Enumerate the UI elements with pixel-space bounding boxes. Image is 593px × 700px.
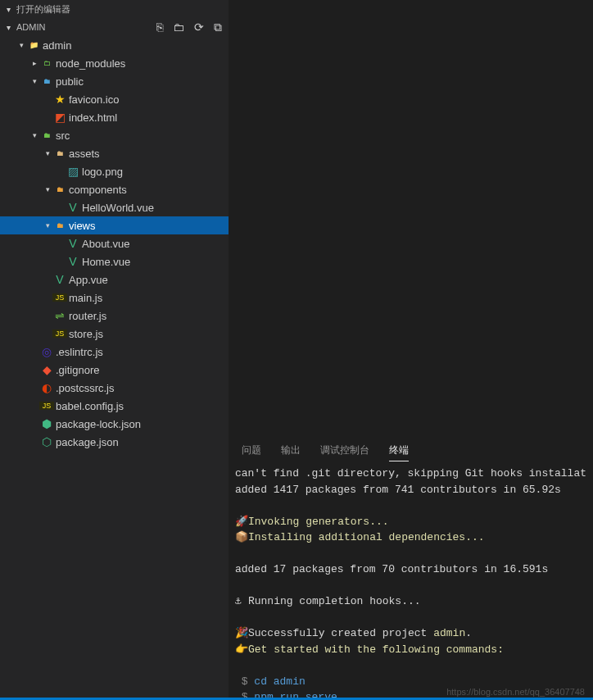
open-editors-label: 打开的编辑器 [16,3,70,16]
file-icon: ◐ [39,381,54,394]
chevron-down-icon: ▾ [43,149,52,157]
tree-file[interactable]: ▸◐.postcssrc.js [0,379,229,397]
tree-item-label: Home.vue [80,256,130,268]
tree-item-label: store.js [67,328,103,340]
terminal-line [235,546,586,562]
tree-folder[interactable]: ▾🖿public [0,72,229,90]
tree-file[interactable]: ▸VHome.vue [0,252,229,270]
chevron-down-icon: ▾ [16,41,26,49]
tree-item-label: About.vue [80,238,130,250]
terminal-line [235,657,586,674]
folder-icon: 🗀 [39,59,54,67]
file-icon: ◆ [39,363,54,376]
tree-item-label: .postcssrc.js [54,382,115,394]
terminal-line: ⚓ Running completion hooks... [235,593,586,610]
editor-area [229,0,593,438]
tree-file[interactable]: ▸◆.gitignore [0,361,229,379]
tree-item-label: admin [41,39,71,52]
file-tree: ▾📁admin▸🗀node_modules▾🖿public▸★favicon.i… [0,36,229,700]
file-icon: V [66,237,80,250]
explorer-actions: ⎘ 🗀 ⟳ ⧉ [156,20,222,34]
tree-item-label: src [54,130,70,142]
tree-file[interactable]: ▸⬡package.json [0,433,229,451]
terminal-line: 📦 Installing additional dependencies... [235,530,586,546]
terminal-line [235,498,586,514]
collapse-icon[interactable]: ⧉ [214,20,222,34]
tree-item-label: .eslintrc.js [54,346,103,358]
tree-file[interactable]: ▸▨logo.png [0,162,229,180]
file-icon: ★ [52,93,67,106]
refresh-icon[interactable]: ⟳ [194,20,204,34]
tree-folder[interactable]: ▾🖿assets [0,144,229,162]
chevron-right-icon: ▸ [29,59,39,67]
main-area: 问题 输出 调试控制台 终端 can't find .git directory… [229,0,593,700]
tree-item-label: HelloWorld.vue [80,202,154,214]
project-label: ADMIN [16,22,45,32]
explorer-sidebar: ▾ 打开的编辑器 ▾ ADMIN ⎘ 🗀 ⟳ ⧉ ▾📁admin▸🗀node_m… [0,0,229,700]
terminal-line: added 17 packages from 70 contributors i… [235,561,586,578]
terminal-line: can't find .git directory, skipping Git … [235,466,586,482]
tree-folder[interactable]: ▾🖿components [0,180,229,198]
chevron-down-icon: ▾ [43,185,52,193]
tree-item-label: main.js [67,292,102,304]
chevron-down-icon: ▾ [7,5,16,14]
file-icon: ◎ [39,345,54,358]
file-icon: ⬡ [39,435,54,448]
tree-item-label: views [67,220,96,232]
terminal-line [235,578,586,594]
file-icon: JS [39,402,54,410]
tab-problems[interactable]: 问题 [242,440,261,461]
tree-item-label: logo.png [80,166,123,178]
file-icon: JS [52,293,67,302]
tree-folder[interactable]: ▾📁admin [0,36,229,54]
tree-file[interactable]: ▸JSmain.js [0,289,229,307]
tree-item-label: public [54,75,84,88]
panel-tabs: 问题 输出 调试控制台 终端 [229,438,593,462]
folder-icon: 🖿 [39,77,54,85]
tree-item-label: package.json [54,436,119,448]
tree-item-label: App.vue [67,274,108,286]
tree-item-label: components [67,184,127,196]
tree-file[interactable]: ▸VApp.vue [0,270,229,289]
tab-output[interactable]: 输出 [281,440,301,461]
tree-file[interactable]: ▸★favicon.ico [0,90,229,108]
file-icon: V [52,273,67,286]
tree-item-label: router.js [67,310,106,322]
file-icon: ▨ [66,165,80,178]
new-folder-icon[interactable]: 🗀 [173,20,184,34]
project-header[interactable]: ▾ ADMIN ⎘ 🗀 ⟳ ⧉ [0,18,229,36]
chevron-down-icon: ▾ [29,77,39,85]
tree-file[interactable]: ▸◩index.html [0,108,229,126]
terminal-line [235,610,586,626]
folder-icon: 🖿 [52,221,67,230]
file-icon: ⬢ [39,417,54,430]
new-file-icon[interactable]: ⎘ [156,20,163,34]
tab-debug[interactable]: 调试控制台 [320,440,369,461]
tree-item-label: favicon.ico [67,93,119,106]
terminal-line: added 1417 packages from 741 contributor… [235,482,586,498]
tab-terminal[interactable]: 终端 [389,440,409,461]
folder-icon: 📁 [26,41,41,49]
tree-folder[interactable]: ▾🖿views [0,216,229,234]
tree-file[interactable]: ▸JSbabel.config.js [0,397,229,415]
tree-item-label: package-lock.json [54,418,141,430]
folder-icon: 🖿 [39,131,54,139]
chevron-down-icon: ▾ [7,23,16,32]
tree-file[interactable]: ▸⬢package-lock.json [0,415,229,433]
tree-file[interactable]: ▸JSstore.js [0,325,229,343]
tree-folder[interactable]: ▾🖿src [0,126,229,144]
terminal-line: 🚀 Invoking generators... [235,514,586,530]
terminal-output[interactable]: can't find .git directory, skipping Git … [229,462,593,700]
tree-file[interactable]: ▸VHelloWorld.vue [0,198,229,216]
tree-item-label: assets [67,148,100,160]
tree-file[interactable]: ▸⇌router.js [0,307,229,325]
terminal-line: 👉 Get started with the following command… [235,642,586,658]
tree-folder[interactable]: ▸🗀node_modules [0,54,229,72]
folder-icon: 🖿 [52,149,67,157]
file-icon: ◩ [52,111,67,124]
open-editors-header[interactable]: ▾ 打开的编辑器 [0,0,229,18]
folder-icon: 🖿 [52,185,67,193]
tree-file[interactable]: ▸◎.eslintrc.js [0,343,229,361]
tree-file[interactable]: ▸VAbout.vue [0,234,229,252]
tree-item-label: index.html [67,111,117,124]
